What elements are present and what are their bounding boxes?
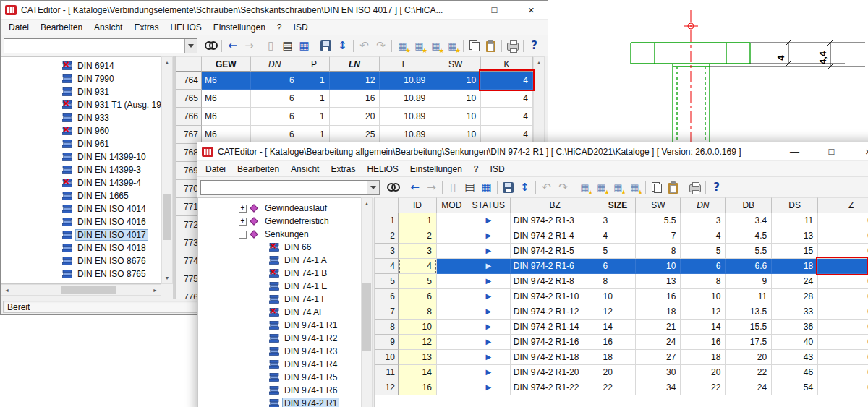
cell-bz[interactable]: DIN 974-2 R1-22 [511,380,600,395]
separator[interactable] [401,179,407,196]
menu-item[interactable]: ISD [485,163,511,176]
cell-dn[interactable]: 5 [681,244,726,259]
tree-item[interactable]: × DIN 933 [1,111,161,124]
cell-id[interactable]: 14 [399,365,437,380]
cell-id[interactable]: 10 [399,320,437,335]
close-button[interactable]: × [852,142,868,161]
tree-item[interactable]: × DIN 974-1 R5 [198,371,361,384]
tree-item[interactable]: × DIN 960 [1,124,161,137]
cell-dn[interactable]: 6 [681,259,726,274]
column-header-z[interactable]: Z [818,197,868,213]
tree-expander-icon[interactable]: + [239,218,247,226]
separator[interactable] [461,38,466,54]
help-icon[interactable]: ? [526,38,542,54]
menu-item[interactable]: Bearbeiten [231,163,285,176]
undo-icon[interactable]: ↶ [356,38,373,54]
tree-item[interactable]: × DIN EN ISO 8765 [1,267,161,280]
separator[interactable] [389,38,394,54]
column-header-p[interactable]: P [299,56,330,72]
separator[interactable] [440,179,445,196]
scroll-up-button[interactable]: ▲ [362,198,372,209]
cell-mod[interactable] [437,365,467,380]
cell-sw[interactable]: 8 [636,244,681,259]
cell-bz[interactable]: DIN 974-2 R1-10 [511,289,600,304]
separator[interactable] [643,179,648,196]
cell-dn[interactable]: 22 [681,380,726,395]
cell-id[interactable]: 6 [399,289,437,304]
combobox-input[interactable] [201,181,367,194]
cell-dn[interactable]: 20 [681,365,726,380]
cell-sw[interactable]: 24 [636,335,681,350]
cell-mod[interactable] [437,350,467,365]
insert-row-above-icon[interactable]: ▦ [576,179,593,196]
scroll-up-button[interactable]: ▲ [162,57,172,68]
cell-status[interactable]: ▶ [467,365,511,380]
separator[interactable] [351,38,356,54]
cell-db[interactable]: 20 [726,350,772,365]
row-number-cell[interactable]: 11 [375,365,399,380]
row-number-cell[interactable]: 12 [375,380,399,395]
scrollbar-track[interactable] [12,285,150,295]
cell-ds[interactable]: 13 [772,228,818,244]
tree-item[interactable]: × DIN EN ISO 4018 [1,241,161,254]
maximize-button[interactable]: □ [815,142,848,161]
menu-item[interactable]: Ansicht [88,21,128,34]
cell-db[interactable]: 5.5 [726,244,772,259]
menu-item[interactable]: ? [468,163,485,176]
cell-size[interactable]: 22 [600,380,637,395]
cell-gew[interactable]: M6 [202,108,251,126]
cell-ds[interactable]: 43 [772,350,818,365]
corner-header-cell[interactable] [375,197,399,213]
tree-item[interactable]: × DIN EN 14399-3 [1,163,161,176]
cell-dn[interactable]: 6 [251,72,299,90]
menu-item[interactable]: Datei [200,163,231,176]
cell-e[interactable]: 10.89 [380,108,430,126]
cell-dn[interactable]: 3 [681,213,726,228]
menu-item[interactable]: HELiOS [164,21,207,34]
cell-id[interactable]: 4 [399,259,437,274]
cell-sw[interactable]: 10 [430,90,481,108]
tree-vertical-scrollbar[interactable]: ▲ ▼ [361,197,373,407]
find-icon[interactable] [385,179,401,196]
tree-item[interactable]: × DIN 974-1 R6 [198,384,361,397]
tree-item[interactable]: × DIN 974-1 R2 [198,332,361,345]
cell-gew[interactable]: M6 [202,72,251,90]
row-number-cell[interactable]: 2 [375,228,399,244]
cell-db[interactable]: 24 [726,380,772,395]
scroll-right-button[interactable]: ► [150,285,161,295]
corner-header-cell[interactable] [176,56,202,72]
close-button[interactable]: × [515,1,548,20]
cell-mod[interactable] [437,320,467,335]
cell-z[interactable]: 0.6 [818,274,868,289]
cell-size[interactable]: 5 [600,244,637,259]
tree-item[interactable]: × DIN 74-1 F [198,293,361,306]
menu-item[interactable]: Extras [325,163,361,176]
tree-item[interactable]: × DIN EN ISO 4016 [1,215,161,228]
column-header-gew[interactable]: GEW [202,56,251,72]
cell-e[interactable]: 10.89 [380,72,430,90]
cell-ds[interactable]: 18 [772,259,818,274]
row-number-cell[interactable]: 1 [375,213,399,228]
insert-row-below-icon[interactable]: ▦ [593,179,610,196]
cell-ln[interactable]: 12 [330,72,380,90]
cell-ds[interactable]: 15 [772,244,818,259]
row-number-cell[interactable]: 7 [375,304,399,320]
cell-db[interactable]: 3.4 [726,213,772,228]
menu-item[interactable]: ISD [288,21,314,34]
cell-bz[interactable]: DIN 974-2 R1-20 [511,365,600,380]
cell-z[interactable]: 0.8 [818,380,868,395]
cell-z[interactable]: 0.4 [818,213,868,228]
menu-item[interactable]: Einstellungen [404,163,468,176]
cell-bz[interactable]: DIN 974-2 R1-8 [511,274,600,289]
title-bar[interactable]: CATEditor - [ Kataloge\Bearbeitung allge… [197,142,868,161]
insert-column-left-icon[interactable]: ▦ [610,179,626,196]
cell-size[interactable]: 10 [600,289,637,304]
column-header-db[interactable]: DB [726,197,772,213]
separator[interactable] [219,38,224,54]
separator[interactable] [571,179,576,196]
save-icon[interactable] [318,38,334,54]
row-number-cell[interactable]: 766 [176,108,202,126]
cell-z[interactable]: 0.6 [818,289,868,304]
cell-k[interactable]: 4 [481,90,533,108]
cell-status[interactable]: ▶ [467,335,511,350]
